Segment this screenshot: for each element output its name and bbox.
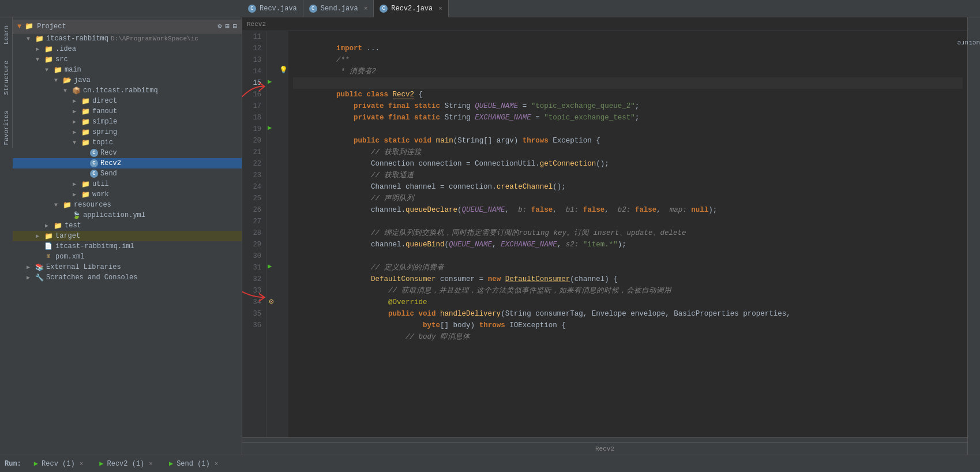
project-gear-icon[interactable]: ⚙: [217, 22, 221, 31]
right-tab-structure[interactable]: Structure: [955, 38, 980, 47]
pom-label: pom.xml: [55, 253, 84, 261]
ext-libs-arrow: ▶: [27, 264, 35, 271]
idea-icon: 📁: [44, 45, 53, 53]
scroll-placeholder: [242, 437, 967, 442]
tree-fanout[interactable]: ▶ 📁 fanout: [13, 106, 242, 117]
tree-spring[interactable]: ▶ 📁 spring: [13, 127, 242, 137]
tab-send-java[interactable]: C Send.java ×: [303, 0, 374, 17]
spring-arrow: ▶: [73, 129, 81, 136]
target-arrow: ▶: [36, 233, 44, 239]
sidebar-tab-learn[interactable]: Learn: [2, 23, 11, 47]
tree-simple[interactable]: ▶ 📁 simple: [13, 117, 242, 127]
tree-root[interactable]: ▼ 📁 itcast-rabbitmq D:\AProgramWorkSpace…: [13, 33, 242, 44]
tree-package[interactable]: ▼ 📦 cn.itcast.rabbitmq: [13, 85, 242, 96]
sidebar-tab-structure[interactable]: Structure: [2, 58, 11, 97]
ln-26: 26: [247, 204, 261, 216]
code-line-19: public static void main(String[] argv) t…: [293, 123, 963, 135]
run-tab-send[interactable]: ▶ Send (1) ×: [166, 457, 221, 470]
tree-java[interactable]: ▼ 📂 java: [13, 75, 242, 85]
package-icon: 📦: [72, 87, 81, 95]
project-header-label: Project: [37, 23, 66, 31]
tree-resources[interactable]: ▼ 📁 resources: [13, 200, 242, 210]
ln-23: 23: [247, 170, 261, 181]
run-recv2-icon: ▶: [99, 459, 103, 468]
tree-src[interactable]: ▼ 📁 src: [13, 54, 242, 65]
direct-icon: 📁: [81, 97, 90, 105]
gutter: ▶ ▶ ▶ ⊙: [266, 31, 278, 437]
tree-util[interactable]: ▶ 📁 util: [13, 179, 242, 189]
fanout-label: fanout: [92, 107, 117, 115]
recv-label: Recv: [100, 149, 117, 157]
tree-recv[interactable]: ▶ C Recv: [13, 148, 242, 158]
resources-label: resources: [74, 201, 111, 209]
root-path: D:\AProgramWorkSpace\ic: [111, 35, 198, 42]
src-arrow: ▼: [36, 57, 44, 63]
tree-recv2[interactable]: ▶ C Recv2: [13, 158, 242, 168]
src-label: src: [55, 55, 68, 63]
run-recv-close[interactable]: ×: [80, 460, 84, 467]
editor: Recv2 11 12 13 14 15 16 17 18 19 20 21 2…: [242, 17, 967, 455]
tab-send-close[interactable]: ×: [364, 5, 368, 12]
simple-icon: 📁: [81, 118, 90, 126]
recv-class-icon: C: [90, 149, 98, 157]
run-send-icon: ▶: [169, 459, 173, 468]
tree-application-yml[interactable]: ▶ 🍃 application.yml: [13, 210, 242, 220]
tree-external-libs[interactable]: ▶ 📚 External Libraries: [13, 262, 242, 272]
util-label: util: [92, 180, 109, 188]
run-arrow-15[interactable]: ▶: [268, 77, 272, 86]
tab-recv2-icon: C: [380, 5, 388, 13]
run-bar: Run: ▶ Recv (1) × ▶ Recv2 (1) × ▶ Send (…: [0, 455, 980, 472]
run-arrow-19[interactable]: ▶: [268, 123, 272, 132]
topic-icon: 📁: [81, 138, 90, 147]
tree-scratches[interactable]: ▶ 🔧 Scratches and Consoles: [13, 272, 242, 283]
scratches-label: Scratches and Consoles: [46, 274, 137, 282]
run-tab-recv2[interactable]: ▶ Recv2 (1) ×: [96, 457, 156, 470]
project-header-arrow: ▼: [17, 23, 21, 31]
idea-label: .idea: [55, 45, 76, 53]
right-tabs: Structure: [967, 17, 980, 455]
yml-label: application.yml: [83, 211, 145, 219]
ln-18: 18: [247, 112, 261, 123]
run-recv-label: Recv (1): [42, 460, 75, 468]
line-numbers: 11 12 13 14 15 16 17 18 19 20 21 22 23 2…: [242, 31, 266, 437]
tree-idea[interactable]: ▶ 📁 .idea: [13, 44, 242, 54]
code-content[interactable]: import ... /** * 消费者2 public class Recv2…: [288, 31, 967, 437]
run-recv-icon: ▶: [34, 459, 38, 468]
run-send-close[interactable]: ×: [215, 460, 219, 467]
ln-27: 27: [247, 216, 261, 227]
ln-36: 36: [247, 320, 261, 331]
tree-topic[interactable]: ▼ 📁 topic: [13, 137, 242, 148]
tree-main[interactable]: ▼ 📁 main: [13, 65, 242, 75]
code-line-27: // 绑定队列到交换机，同时指定需要订阅的routing key。订阅 inse…: [293, 216, 963, 227]
test-arrow: ▶: [45, 222, 53, 229]
pom-icon: m: [44, 253, 53, 261]
tree-iml[interactable]: ▶ 📄 itcast-rabbitmq.iml: [13, 241, 242, 252]
ln-24: 24: [247, 181, 261, 193]
tree-send[interactable]: ▶ C Send: [13, 168, 242, 179]
project-collapse-icon[interactable]: ⊟: [233, 22, 237, 31]
bookmark-dot-34[interactable]: ⊙: [269, 297, 273, 306]
direct-arrow: ▶: [73, 98, 81, 104]
code-area[interactable]: 11 12 13 14 15 16 17 18 19 20 21 22 23 2…: [242, 31, 967, 437]
tree-test[interactable]: ▶ 📁 test: [13, 220, 242, 231]
project-expand-icon[interactable]: ⊞: [226, 22, 230, 31]
root-label: itcast-rabbitmq: [46, 35, 108, 43]
lightbulb-icon[interactable]: 💡: [279, 66, 288, 74]
tree-target[interactable]: ▶ 📁 target: [13, 231, 242, 241]
run-arrow-31[interactable]: ▶: [268, 262, 272, 271]
test-icon: 📁: [53, 222, 62, 230]
tree-direct[interactable]: ▶ 📁 direct: [13, 96, 242, 106]
sidebar-tab-favorites[interactable]: Favorites: [2, 108, 11, 147]
fanout-icon: 📁: [81, 107, 90, 115]
tree-pom[interactable]: ▶ m pom.xml: [13, 252, 242, 262]
tab-recv2-java[interactable]: C Recv2.java ×: [374, 0, 449, 17]
run-tab-recv[interactable]: ▶ Recv (1) ×: [31, 457, 87, 470]
run-send-label: Send (1): [177, 460, 210, 468]
ln-17: 17: [247, 100, 261, 112]
run-recv2-close[interactable]: ×: [149, 460, 153, 467]
tab-recv-java[interactable]: C Recv.java: [242, 0, 303, 17]
scratches-icon: 🔧: [35, 274, 44, 282]
tab-recv2-close[interactable]: ×: [438, 5, 442, 12]
tree-work[interactable]: ▶ 📁 work: [13, 189, 242, 200]
ext-libs-icon: 📚: [35, 263, 44, 271]
